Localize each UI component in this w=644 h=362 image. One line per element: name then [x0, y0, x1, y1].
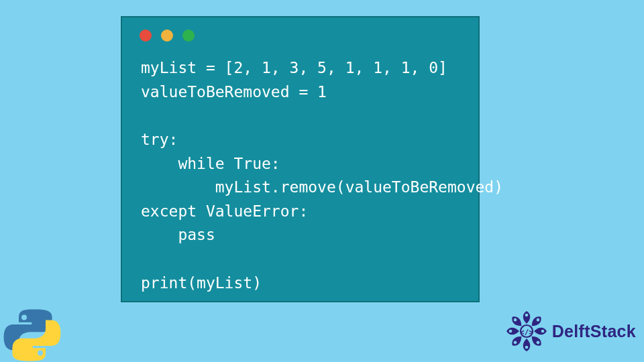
- code-line: valueToBeRemoved = 1: [141, 83, 327, 101]
- mandala-icon: </>: [505, 310, 548, 353]
- brand: </> DelftStack: [505, 310, 636, 353]
- code-line: try:: [141, 131, 178, 148]
- svg-text:</>: </>: [520, 328, 533, 337]
- code-line: while True:: [141, 155, 280, 172]
- code-line: print(myList): [141, 274, 262, 292]
- code-line: myList = [2, 1, 3, 5, 1, 1, 1, 0]: [141, 59, 447, 76]
- window-dot-close-icon: [140, 29, 152, 42]
- svg-point-1: [525, 314, 528, 317]
- code-block: myList = [2, 1, 3, 5, 1, 1, 1, 0] valueT…: [122, 42, 478, 295]
- code-line: myList.remove(valueToBeRemoved): [141, 178, 503, 196]
- python-icon: [0, 308, 64, 362]
- code-window: myList = [2, 1, 3, 5, 1, 1, 1, 0] valueT…: [121, 16, 480, 302]
- window-titlebar: [122, 17, 478, 42]
- window-dot-maximize-icon: [182, 29, 195, 42]
- code-line: except ValueError:: [141, 202, 308, 220]
- brand-name: DelftStack: [552, 322, 636, 341]
- window-dot-minimize-icon: [161, 29, 173, 42]
- code-line: pass: [141, 226, 215, 243]
